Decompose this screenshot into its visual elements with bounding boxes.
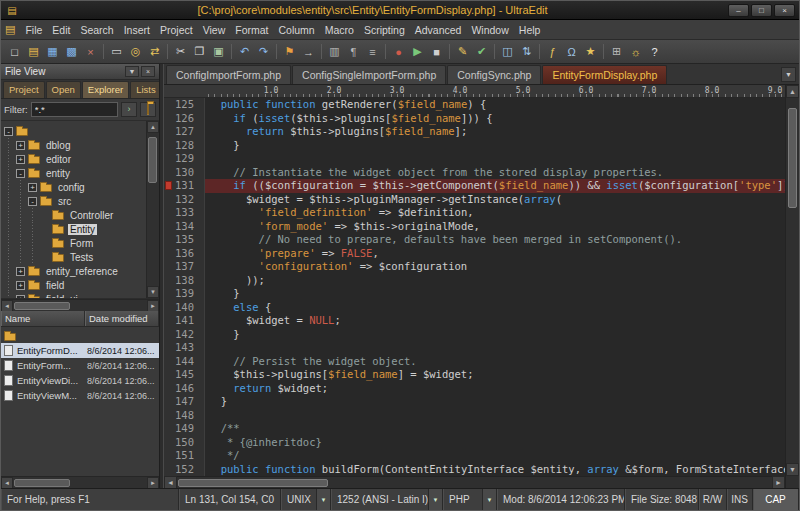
templates-icon[interactable]: ★ (581, 42, 600, 61)
filter-apply-button[interactable]: › (121, 102, 137, 117)
tab-list-button[interactable]: ▼ (781, 67, 796, 82)
menu-file[interactable]: File (20, 22, 47, 38)
macro-stop-icon[interactable]: ■ (427, 42, 446, 61)
code-line-132[interactable]: 132 $widget = $this->pluginManager->getI… (164, 193, 785, 207)
tree-vertical-scrollbar[interactable]: ▲ ▼ (146, 121, 159, 298)
column-header-name[interactable]: Name (1, 311, 85, 326)
tree-scroll-track[interactable] (147, 133, 159, 286)
close-file-icon[interactable]: × (81, 42, 100, 61)
file-list-row[interactable]: EntityViewM...8/6/2014 12:06... (1, 388, 159, 403)
tree-scroll-thumb[interactable] (148, 137, 157, 183)
vscroll-track[interactable] (786, 98, 799, 463)
code-line-136[interactable]: 136 'prepare' => FALSE, (164, 247, 785, 261)
browse-folder-button[interactable] (140, 102, 156, 117)
encoding-dropdown[interactable]: ▼ (429, 489, 443, 510)
code-line-150[interactable]: 150 * {@inheritdoc} (164, 436, 785, 450)
code-line-145[interactable]: 145 $this->plugins[$field_name] = $widge… (164, 368, 785, 382)
tree-expander-icon[interactable]: + (16, 281, 25, 290)
menu-column[interactable]: Column (274, 22, 320, 38)
replace-icon[interactable]: ⇄ (145, 42, 164, 61)
tips-icon[interactable]: ☼ (626, 42, 645, 61)
save-icon[interactable]: ▦ (43, 42, 62, 61)
sidebar-tab-project[interactable]: Project (3, 81, 45, 98)
list-horizontal-scrollbar[interactable]: ◄ ► (1, 476, 159, 488)
tag-list-icon[interactable]: Ω (562, 42, 581, 61)
file-list-row[interactable]: EntityForm...8/6/2014 12:06... (1, 358, 159, 373)
code-line-151[interactable]: 151 */ (164, 449, 785, 463)
code-line-140[interactable]: 140 else { (164, 301, 785, 315)
status-read-write[interactable]: R/W (699, 489, 727, 510)
tree-item-entity_reference[interactable]: +entity_reference (4, 264, 146, 278)
menu-advanced[interactable]: Advanced (410, 22, 467, 38)
document-menu-icon[interactable]: ▤ (5, 23, 15, 36)
tree-item-editor[interactable]: +editor (4, 152, 146, 166)
macro-record-icon[interactable]: ● (389, 42, 408, 61)
code-line-139[interactable]: 139 } (164, 287, 785, 301)
function-list-icon[interactable]: ƒ (543, 42, 562, 61)
tree-item-config[interactable]: +config (4, 180, 146, 194)
code-line-134[interactable]: 134 'form_mode' => $this->originalMode, (164, 220, 785, 234)
code-line-133[interactable]: 133 'field_definition' => $definition, (164, 206, 785, 220)
script-run-icon[interactable]: ✔ (472, 42, 491, 61)
find-icon[interactable]: ◎ (126, 42, 145, 61)
tree-item-entity[interactable]: -entity (4, 166, 146, 180)
code-line-126[interactable]: 126 if (isset($this->plugins[$field_name… (164, 112, 785, 126)
status-insert-mode[interactable]: INS (727, 489, 753, 510)
file-list-row[interactable] (1, 328, 159, 343)
goto-line-icon[interactable]: → (299, 42, 318, 61)
tree-expander-icon[interactable]: + (16, 267, 25, 276)
code-line-144[interactable]: 144 // Persist the widget object. (164, 355, 785, 369)
tree-expander-icon[interactable]: + (16, 155, 25, 164)
status-encoding[interactable]: 1252 (ANSI - Latin I) (331, 489, 429, 510)
scroll-left-icon[interactable]: ◄ (1, 300, 13, 312)
menu-search[interactable]: Search (75, 22, 118, 38)
column-mode-icon[interactable]: ▥ (325, 42, 344, 61)
code-line-130[interactable]: 130 // Instantiate the widget object fro… (164, 166, 785, 180)
tree-expander-icon[interactable]: + (28, 183, 37, 192)
tree-expander-icon[interactable]: - (28, 197, 37, 206)
open-file-icon[interactable]: ▤ (24, 42, 43, 61)
line-ending-dropdown[interactable]: ▼ (317, 489, 331, 510)
code-line-142[interactable]: 142 } (164, 328, 785, 342)
menu-project[interactable]: Project (155, 22, 198, 38)
scroll-down-icon[interactable]: ▼ (147, 286, 159, 298)
code-line-148[interactable]: 148 (164, 409, 785, 423)
compare-files-icon[interactable]: ◫ (498, 42, 517, 61)
code-line-149[interactable]: 149 /** (164, 422, 785, 436)
tree-item-field_ui[interactable]: +field_ui (4, 292, 146, 298)
code-line-147[interactable]: 147 } (164, 395, 785, 409)
menu-help[interactable]: Help (514, 22, 546, 38)
paste-icon[interactable]: ▣ (209, 42, 228, 61)
undo-icon[interactable]: ↶ (235, 42, 254, 61)
save-all-icon[interactable]: ▩ (62, 42, 81, 61)
tree-item-Tests[interactable]: Tests (4, 250, 146, 264)
menu-format[interactable]: Format (230, 22, 273, 38)
code-line-152[interactable]: 152 public function buildForm(ContentEnt… (164, 463, 785, 477)
status-syntax-language[interactable]: PHP (443, 489, 483, 510)
tree-item-Entity[interactable]: Entity (4, 222, 146, 236)
tab-ConfigImportForm.php[interactable]: ConfigImportForm.php (166, 65, 291, 84)
copy-icon[interactable]: ❐ (190, 42, 209, 61)
menu-window[interactable]: Window (466, 22, 513, 38)
code-line-127[interactable]: 127 return $this->plugins[$field_name]; (164, 125, 785, 139)
scroll-up-icon[interactable]: ▲ (147, 121, 159, 133)
code-line-146[interactable]: 146 return $widget; (164, 382, 785, 396)
macro-play-icon[interactable]: ▶ (408, 42, 427, 61)
scroll-right-icon[interactable]: ► (147, 300, 159, 312)
sidebar-tab-explorer[interactable]: Explorer (82, 81, 129, 98)
minimize-button[interactable]: – (728, 4, 749, 17)
redo-icon[interactable]: ↷ (254, 42, 273, 61)
status-caps-lock[interactable]: CAP (753, 489, 799, 510)
editor-vertical-scrollbar[interactable]: ▲ ▼ (785, 85, 799, 488)
code-line-131[interactable]: 131 if (($configuration = $this->getComp… (164, 179, 785, 193)
tab-ConfigSync.php[interactable]: ConfigSync.php (447, 65, 541, 84)
close-button[interactable]: × (774, 4, 795, 17)
tree-item-root[interactable]: - (4, 124, 146, 138)
code-line-143[interactable]: 143 (164, 341, 785, 355)
print-icon[interactable]: ▭ (107, 42, 126, 61)
menu-view[interactable]: View (198, 22, 231, 38)
list-hscroll-thumb[interactable] (14, 479, 70, 487)
sidebar-tab-open[interactable]: Open (46, 81, 81, 98)
code-line-128[interactable]: 128 } (164, 139, 785, 153)
tree-hscroll-thumb[interactable] (14, 302, 70, 310)
